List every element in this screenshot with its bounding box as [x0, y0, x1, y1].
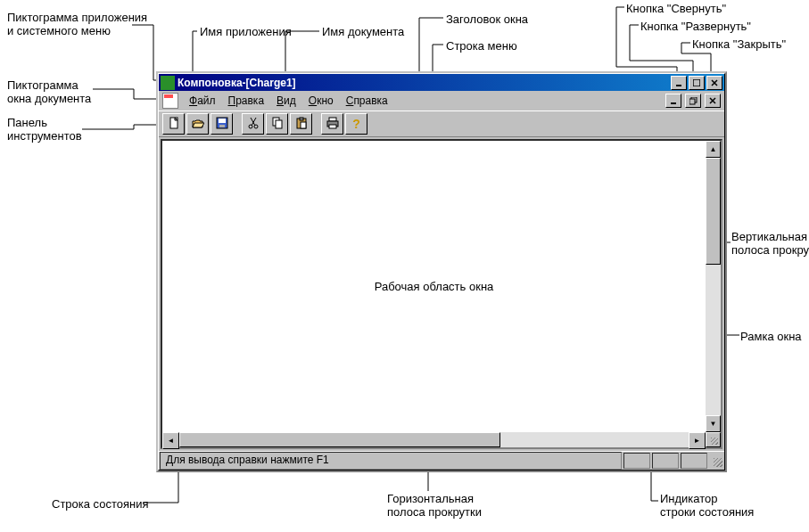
- help-button[interactable]: ?: [345, 113, 367, 135]
- svg-rect-8: [219, 125, 225, 127]
- status-indicator-1: [623, 453, 650, 469]
- open-button[interactable]: [186, 113, 209, 135]
- print-icon: [326, 117, 339, 132]
- callout-title: Заголовок окна: [446, 12, 528, 26]
- status-size-grip[interactable]: [708, 453, 724, 469]
- vscroll-track[interactable]: [706, 158, 721, 415]
- save-button[interactable]: [211, 113, 233, 135]
- statusbar: Для вывода справки нажмите F1: [159, 451, 724, 470]
- cut-icon: [247, 117, 260, 132]
- svg-rect-15: [301, 122, 306, 128]
- callout-statusbar: Строка состояния: [52, 497, 149, 511]
- callout-app-name: Имя приложения: [200, 25, 292, 38]
- scroll-up-button[interactable]: ▲: [706, 141, 721, 158]
- work-area[interactable]: Рабочая область окна: [162, 141, 706, 432]
- svg-point-9: [249, 125, 252, 128]
- menu-view[interactable]: Вид: [271, 93, 301, 109]
- client-area: Рабочая область окна ▲ ▼ ◄ ►: [161, 139, 722, 449]
- hscroll-track[interactable]: [179, 432, 689, 447]
- scroll-right-button[interactable]: ►: [689, 432, 706, 449]
- svg-rect-16: [329, 118, 336, 121]
- menu-window[interactable]: Окно: [303, 93, 339, 109]
- app-window: Компоновка - [Charge1] Файл Правка Вид О…: [156, 71, 727, 472]
- paste-button[interactable]: [290, 113, 312, 135]
- callout-vscroll: Вертикальнаяполоса прокрутки: [731, 230, 809, 257]
- menu-help[interactable]: Справка: [341, 93, 393, 109]
- maximize-button[interactable]: [689, 76, 705, 90]
- arrow-down-icon: ▼: [710, 420, 717, 428]
- svg-rect-2: [671, 102, 676, 104]
- arrow-right-icon: ►: [694, 437, 701, 445]
- svg-rect-1: [693, 79, 700, 86]
- work-area-label: Рабочая область окна: [375, 280, 494, 293]
- close-button[interactable]: [706, 76, 722, 90]
- svg-point-10: [254, 125, 258, 128]
- menu-edit[interactable]: Правка: [223, 93, 270, 109]
- hscroll-thumb[interactable]: [179, 432, 500, 447]
- document-icon[interactable]: [162, 93, 178, 109]
- save-icon: [216, 117, 228, 132]
- status-indicator-3: [681, 453, 707, 469]
- svg-rect-18: [329, 125, 336, 128]
- mdi-restore-button[interactable]: [685, 94, 701, 108]
- callout-menu-row: Строка меню: [446, 39, 517, 53]
- diagram-canvas: Пиктограмма приложенияи системного меню …: [0, 0, 809, 532]
- mdi-minimize-button[interactable]: [665, 94, 681, 108]
- svg-rect-4: [689, 99, 695, 104]
- horizontal-scrollbar[interactable]: ◄ ►: [162, 432, 721, 447]
- cut-button[interactable]: [242, 113, 264, 135]
- scroll-down-button[interactable]: ▼: [706, 415, 721, 432]
- svg-rect-7: [219, 119, 226, 123]
- callout-app-icon: Пиктограмма приложенияи системного меню: [7, 11, 147, 37]
- help-icon: ?: [352, 117, 360, 131]
- titlebar[interactable]: Компоновка - [Charge1]: [159, 74, 724, 91]
- arrow-up-icon: ▲: [710, 145, 717, 153]
- size-grip[interactable]: [706, 432, 721, 447]
- toolbar: ?: [159, 110, 724, 137]
- print-button[interactable]: [321, 113, 343, 135]
- copy-button[interactable]: [266, 113, 288, 135]
- scroll-left-button[interactable]: ◄: [162, 432, 179, 449]
- callout-hscroll: Горизонтальнаяполоса прокрутки: [387, 492, 482, 519]
- copy-icon: [271, 117, 284, 132]
- new-icon: [168, 117, 180, 132]
- menubar: Файл Правка Вид Окно Справка: [159, 91, 724, 110]
- callout-doc-name: Имя документа: [322, 25, 404, 38]
- callout-close-btn: Кнопка "Закрыть": [692, 37, 786, 51]
- status-text: Для вывода справки нажмите F1: [160, 452, 622, 470]
- status-indicator-2: [652, 453, 679, 469]
- new-button[interactable]: [162, 113, 185, 135]
- window-title-app: Компоновка: [177, 77, 243, 89]
- callout-max-btn: Кнопка "Развернуть": [640, 20, 751, 33]
- mdi-close-button[interactable]: [705, 94, 721, 108]
- open-icon: [192, 117, 204, 132]
- minimize-button[interactable]: [671, 76, 687, 90]
- svg-rect-12: [276, 120, 282, 128]
- paste-icon: [295, 117, 308, 132]
- vscroll-thumb[interactable]: [706, 158, 721, 265]
- svg-rect-0: [676, 85, 681, 86]
- window-title-doc: [Charge1]: [246, 77, 296, 89]
- callout-frame: Рамка окна: [740, 330, 802, 343]
- arrow-left-icon: ◄: [168, 437, 175, 445]
- menu-file[interactable]: Файл: [184, 93, 221, 109]
- callout-indicator: Индикаторстроки состояния: [660, 492, 754, 519]
- callout-toolbar: Панельинструментов: [7, 116, 82, 143]
- app-icon[interactable]: [161, 76, 175, 90]
- vertical-scrollbar[interactable]: ▲ ▼: [706, 141, 721, 432]
- callout-min-btn: Кнопка "Свернуть": [626, 2, 726, 15]
- callout-doc-icon: Пиктограммаокна документа: [7, 78, 91, 105]
- svg-rect-14: [300, 118, 303, 120]
